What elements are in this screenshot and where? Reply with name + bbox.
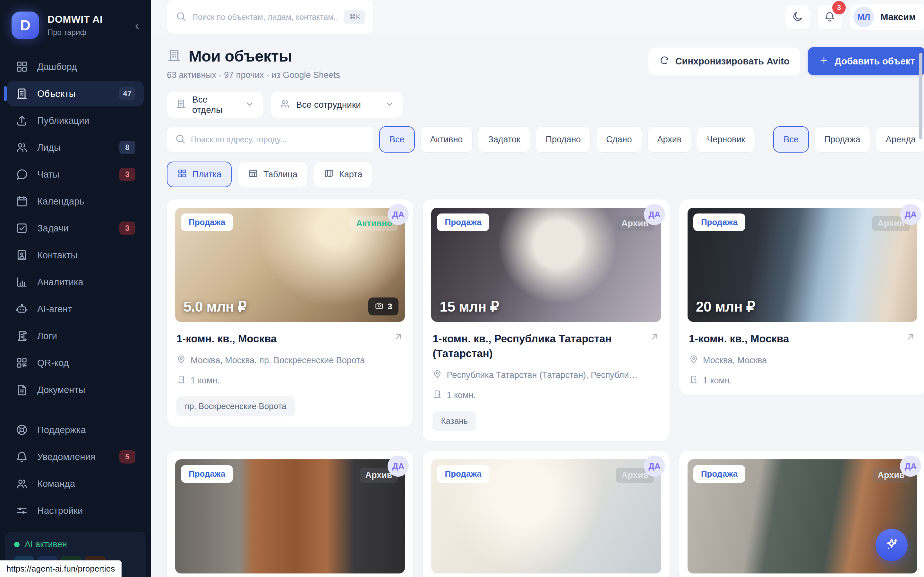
sidebar-item-chats[interactable]: Чаты3: [7, 161, 144, 187]
ai-badge: ДА: [388, 456, 409, 477]
sync-avito-button[interactable]: Синхронизировать Avito: [648, 47, 801, 75]
sidebar-item-label: Поддержка: [37, 425, 86, 435]
sidebar-item-qr-code[interactable]: QR-код: [7, 350, 144, 376]
rooms-text: 1 комн.: [703, 376, 732, 386]
department-dropdown[interactable]: Все отделы: [167, 92, 263, 118]
qr-icon: [15, 356, 28, 369]
view-mode-1[interactable]: Таблица: [238, 161, 307, 187]
theme-toggle-button[interactable]: [785, 5, 810, 29]
property-rooms: 1 комн.: [688, 375, 917, 387]
price-label: 20 млн ₽: [696, 298, 755, 315]
photo-count: 3: [388, 301, 392, 311]
department-dropdown-value: Все отделы: [192, 95, 239, 115]
sidebar-item-badge: 47: [119, 87, 136, 100]
page-subtitle: 63 активных · 97 прочих · из Google Shee…: [167, 70, 340, 80]
open-property-link[interactable]: [393, 332, 404, 343]
sidebar-item-label: Контакты: [37, 250, 78, 261]
property-photo: ПродажаАрхив20 млн ₽: [688, 208, 917, 322]
ai-assistant-fab[interactable]: [876, 529, 908, 561]
deal-chip-0[interactable]: Все: [773, 126, 809, 153]
chevron-down-icon: [245, 99, 254, 111]
sidebar-item-support[interactable]: Поддержка: [7, 417, 144, 443]
address-search-input[interactable]: [191, 135, 366, 144]
sidebar-collapse-button[interactable]: ‹: [135, 19, 139, 32]
sidebar-item-analytics[interactable]: Аналитика: [7, 269, 144, 295]
status-chip-5[interactable]: Архив: [648, 126, 692, 153]
sidebar-item-calendar[interactable]: Календарь: [7, 189, 144, 214]
property-card[interactable]: ПродажаАктивно5.0 млн ₽3ДА1-комн. кв., М…: [167, 199, 413, 427]
ai-badge: ДА: [900, 456, 921, 477]
page-title: Мои объекты: [189, 47, 292, 65]
view-mode-label: Плитка: [192, 169, 221, 179]
sidebar-item-label: Документы: [37, 385, 86, 395]
deal-chip-2[interactable]: Аренда: [876, 126, 924, 153]
sidebar-item-logs[interactable]: Логи: [7, 323, 144, 349]
sidebar-item-label: Календарь: [37, 196, 84, 207]
sidebar-item-label: Уведомления: [37, 452, 95, 462]
bell-icon: [824, 11, 835, 23]
property-card[interactable]: ПродажаАрхивДА: [423, 451, 669, 577]
status-chip-2[interactable]: Задаток: [478, 126, 530, 153]
deal-type-badge: Продажа: [181, 465, 233, 483]
door-icon: [433, 390, 442, 401]
global-search[interactable]: ⌘K: [167, 0, 374, 34]
notifications-button[interactable]: 3: [817, 5, 842, 29]
global-search-input[interactable]: [192, 13, 338, 22]
location-text: Республика Татарстан (Татарстан), Респуб…: [447, 370, 638, 380]
app-logo: D: [11, 11, 39, 39]
scrollbar-thumb[interactable]: [919, 53, 922, 139]
sidebar-item-notifications[interactable]: Уведомления5: [7, 444, 144, 470]
sidebar-item-badge: 3: [120, 168, 136, 181]
search-icon: [176, 11, 186, 23]
user-menu[interactable]: МЛ Максим: [849, 3, 924, 31]
logo-row: D DOMWIT AI Про тариф ‹: [0, 11, 151, 39]
sidebar-item-leads[interactable]: Лиды8: [7, 135, 144, 160]
pin-icon: [689, 355, 698, 366]
location-text: Москва, Москва: [703, 356, 767, 366]
topbar-right: 3 МЛ Максим: [785, 3, 924, 31]
sidebar-item-objects[interactable]: Объекты47: [7, 81, 144, 106]
sidebar-item-ai-agent[interactable]: AI-агент: [7, 296, 144, 322]
sidebar-item-publications[interactable]: Публикации: [7, 108, 144, 133]
deal-type-badge: Продажа: [437, 213, 489, 231]
add-object-label: Добавить объект: [835, 56, 915, 67]
status-chip-6[interactable]: Черновик: [697, 126, 755, 153]
view-mode-2[interactable]: Карта: [314, 161, 372, 187]
sidebar-item-documents[interactable]: Документы: [7, 377, 144, 403]
status-chip-3[interactable]: Продано: [536, 126, 591, 153]
property-photo: ПродажаАрхив: [431, 459, 661, 574]
employees-dropdown[interactable]: Все сотрудники: [271, 92, 403, 118]
building-icon: [15, 87, 28, 100]
sidebar-item-tasks[interactable]: Задачи3: [7, 215, 144, 241]
grid-icon: [15, 60, 28, 73]
sidebar-item-dashboard[interactable]: Дашборд: [7, 54, 144, 79]
sidebar-item-settings[interactable]: Настройки: [7, 498, 144, 524]
status-chip-0[interactable]: Все: [379, 126, 415, 153]
address-search[interactable]: [167, 126, 374, 153]
card-title-row: 1-комн. кв., Москва: [175, 332, 405, 346]
pin-icon: [433, 369, 442, 381]
property-card[interactable]: ПродажаАрхивДА: [167, 451, 413, 577]
add-object-button[interactable]: Добавить объект: [808, 47, 924, 75]
sidebar-nav-footer: ПоддержкаУведомления5КомандаНастройки: [0, 417, 151, 524]
deal-chip-1[interactable]: Продажа: [814, 126, 871, 153]
open-property-link[interactable]: [649, 332, 660, 343]
property-card[interactable]: ПродажаАрхив20 млн ₽ДА1-комн. кв., Москв…: [679, 199, 924, 395]
property-card[interactable]: ПродажаАрхив15 млн ₽ДА1-комн. кв., Респу…: [423, 199, 669, 442]
sidebar-item-contacts[interactable]: Контакты: [7, 242, 144, 268]
avatar: МЛ: [853, 7, 874, 27]
table-icon: [248, 168, 258, 181]
sidebar-item-badge: 3: [120, 221, 136, 235]
sidebar-item-team[interactable]: Команда: [7, 471, 144, 496]
status-chip-4[interactable]: Сдано: [596, 126, 642, 153]
ai-badge: ДА: [644, 204, 665, 225]
filter-chips: ВсеАктивноЗадатокПроданоСданоАрхивЧернов…: [379, 126, 924, 153]
status-chip-1[interactable]: Активно: [420, 126, 473, 153]
property-photo: ПродажаАктивно5.0 млн ₽3: [175, 208, 405, 322]
open-property-link[interactable]: [905, 332, 916, 343]
door-icon: [689, 375, 698, 387]
sidebar-item-label: Команда: [37, 479, 75, 489]
property-location: Москва, Москва, пр. Воскресенские Ворота: [175, 355, 405, 366]
view-mode-0[interactable]: Плитка: [167, 161, 232, 187]
calendar-icon: [15, 195, 28, 208]
